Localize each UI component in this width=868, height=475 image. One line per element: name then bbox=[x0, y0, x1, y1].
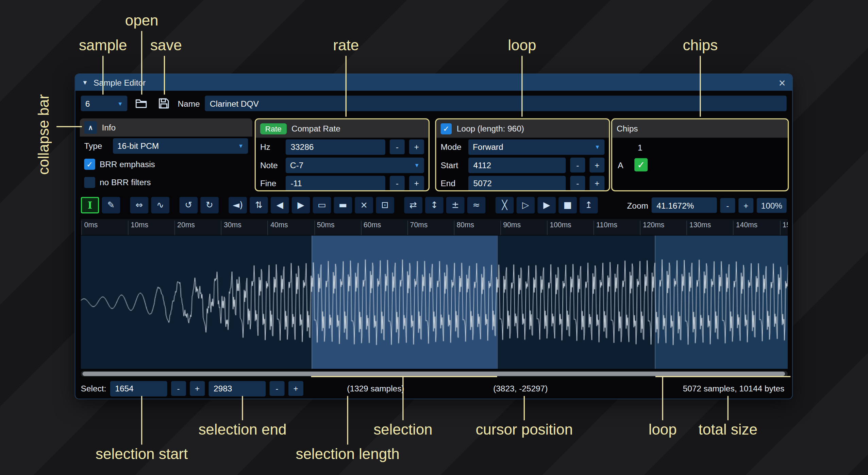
play-button[interactable]: ▶ bbox=[537, 197, 556, 213]
annotation-loop-bottom: loop bbox=[649, 421, 677, 438]
sample-number-select[interactable]: 6 ▼ bbox=[81, 96, 128, 111]
fade-out-button[interactable]: ▶ bbox=[292, 197, 310, 213]
chip-number: 1 bbox=[638, 143, 642, 152]
annotation-selection-length-line bbox=[347, 396, 348, 444]
zoom-input[interactable]: 41.1672% bbox=[652, 197, 717, 213]
selection-length-text: (1329 samples) bbox=[347, 384, 404, 393]
stop-button[interactable]: ■ bbox=[558, 197, 577, 213]
hz-minus-button[interactable]: - bbox=[390, 139, 405, 154]
selection-end-input[interactable]: 2983 bbox=[208, 381, 266, 397]
edit-mode-button[interactable]: I bbox=[81, 197, 99, 213]
chips-section: Chips 1 A ✓ bbox=[611, 118, 789, 191]
annotation-collapse-bar-line bbox=[56, 126, 82, 127]
draw-button[interactable]: ✎ bbox=[102, 197, 120, 213]
ruler-tick: 40ms bbox=[268, 221, 288, 235]
selection-end-minus-button[interactable]: - bbox=[269, 381, 284, 396]
hz-input[interactable]: 33286 bbox=[286, 139, 385, 155]
save-button[interactable] bbox=[155, 95, 173, 112]
loop-end-input[interactable]: 5072 bbox=[468, 176, 566, 191]
fine-input[interactable]: -11 bbox=[286, 176, 385, 191]
annotation-open-line bbox=[141, 31, 142, 94]
zoom-out-button[interactable]: - bbox=[720, 198, 735, 213]
brr-emphasis-checkbox[interactable]: ✓ bbox=[84, 158, 95, 170]
apply-silence-button[interactable]: ▬ bbox=[334, 197, 352, 213]
ruler-tick: 60ms bbox=[361, 221, 381, 235]
selection-start-input[interactable]: 1654 bbox=[110, 381, 167, 397]
info-section: ∧ Info Type 16-bit PCM ▼ ✓ BRR emphasis … bbox=[80, 118, 252, 191]
loop-section: ✓ Loop (length: 960) Mode Forward ▼ Star… bbox=[435, 118, 610, 191]
sample-number-value: 6 bbox=[85, 99, 90, 108]
annotation-selection-length: selection length bbox=[296, 446, 399, 463]
preview-button[interactable]: ▷ bbox=[517, 197, 535, 213]
ruler-tick: 10ms bbox=[128, 221, 148, 235]
no-brr-filters-checkbox[interactable] bbox=[84, 177, 95, 188]
loop-start-minus-button[interactable]: - bbox=[570, 158, 585, 173]
loop-start-plus-button[interactable]: + bbox=[589, 158, 604, 173]
waveform-canvas[interactable] bbox=[81, 235, 788, 369]
undo-button[interactable]: ↺ bbox=[179, 197, 198, 213]
sample-type-select[interactable]: 16-bit PCM ▼ bbox=[113, 138, 248, 154]
collapse-bar-button[interactable]: ∧ bbox=[84, 121, 97, 134]
loop-enable-checkbox[interactable]: ✓ bbox=[441, 123, 452, 134]
ruler-tick: 70ms bbox=[407, 221, 428, 235]
chip-a-checkbox[interactable]: ✓ bbox=[634, 158, 648, 171]
trim-button[interactable]: ⊡ bbox=[376, 197, 394, 213]
loop-start-input[interactable]: 4112 bbox=[468, 157, 566, 173]
rate-badge: Rate bbox=[260, 123, 286, 134]
sample-name-input[interactable]: Clarinet DQV bbox=[205, 96, 787, 111]
select-label: Select: bbox=[81, 384, 106, 393]
open-button[interactable] bbox=[132, 95, 150, 112]
selection-end-value: 2983 bbox=[214, 384, 232, 393]
info-header[interactable]: ∧ Info bbox=[80, 118, 252, 137]
chips-header-label: Chips bbox=[617, 124, 638, 134]
amplify-button[interactable]: ◄) bbox=[229, 197, 247, 213]
selection-start-minus-button[interactable]: - bbox=[171, 381, 186, 396]
chip-row: A ✓ bbox=[618, 158, 648, 171]
rate-tab-label[interactable]: Compat Rate bbox=[291, 124, 340, 134]
invert-button[interactable]: ↕ bbox=[425, 197, 444, 213]
sign-invert-button[interactable]: ± bbox=[446, 197, 465, 213]
loop-start-value: 4112 bbox=[473, 160, 491, 170]
selection-start-plus-button[interactable]: + bbox=[190, 381, 205, 396]
redo-button[interactable]: ↻ bbox=[200, 197, 219, 213]
loop-end-plus-button[interactable]: + bbox=[589, 176, 604, 191]
loop-mode-select[interactable]: Forward ▼ bbox=[468, 139, 604, 155]
loop-start-label: Start bbox=[441, 160, 464, 170]
scrollbar-thumb[interactable] bbox=[83, 372, 785, 376]
rate-section: Rate Compat Rate Hz 33286 - + Note C-7 ▼… bbox=[255, 118, 430, 191]
loop-end-minus-button[interactable]: - bbox=[570, 176, 585, 191]
insert-silence-button[interactable]: ▭ bbox=[313, 197, 331, 213]
crossfade-loop-button[interactable]: ╳ bbox=[496, 197, 514, 213]
resample-button[interactable]: ∿ bbox=[151, 197, 169, 213]
page-background: ▼ Sample Editor × 6 ▼ bbox=[0, 0, 868, 475]
info-header-label: Info bbox=[102, 123, 116, 132]
fade-in-button[interactable]: ◀ bbox=[271, 197, 289, 213]
close-button[interactable]: × bbox=[779, 76, 786, 88]
normalize-button[interactable]: ⇅ bbox=[250, 197, 268, 213]
ruler-tick: 110ms bbox=[594, 221, 617, 235]
zoom-reset-button[interactable]: 100% bbox=[757, 198, 787, 213]
zoom-in-button[interactable]: + bbox=[738, 198, 753, 213]
annotation-loop: loop bbox=[508, 37, 536, 54]
window-collapse-icon[interactable]: ▼ bbox=[82, 79, 88, 86]
waveform-area[interactable] bbox=[81, 235, 788, 369]
fine-plus-button[interactable]: + bbox=[409, 176, 424, 191]
selection-end-plus-button[interactable]: + bbox=[288, 381, 303, 396]
delete-button[interactable]: × bbox=[355, 197, 373, 213]
note-select[interactable]: C-7 ▼ bbox=[286, 157, 424, 173]
reverse-button[interactable]: ⇄ bbox=[404, 197, 422, 213]
import-button[interactable]: ↥ bbox=[580, 197, 598, 213]
titlebar: ▼ Sample Editor × bbox=[75, 74, 792, 91]
toolbar: I✎⇔∿↺↻◄)⇅◀▶▭▬×⊡⇄↕±≈╳▷▶■↥ Zoom 41.1672% -… bbox=[81, 197, 787, 213]
window-title: Sample Editor bbox=[94, 78, 146, 87]
chevron-down-icon: ▼ bbox=[414, 162, 420, 168]
hz-row: Hz 33286 - + bbox=[256, 138, 429, 156]
check-icon: ✓ bbox=[637, 160, 645, 170]
zoom-label: Zoom bbox=[627, 200, 648, 210]
chevron-up-icon: ∧ bbox=[88, 124, 93, 131]
chevron-down-icon: ▼ bbox=[238, 143, 244, 149]
hz-plus-button[interactable]: + bbox=[409, 139, 424, 154]
resize-button[interactable]: ⇔ bbox=[130, 197, 148, 213]
filter-button[interactable]: ≈ bbox=[467, 197, 486, 213]
fine-minus-button[interactable]: - bbox=[390, 176, 405, 191]
